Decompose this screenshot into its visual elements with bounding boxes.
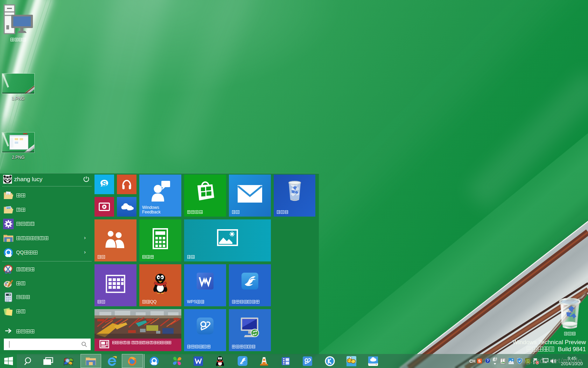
svg-text:?: ?	[486, 359, 489, 363]
svg-text:S: S	[102, 179, 107, 188]
